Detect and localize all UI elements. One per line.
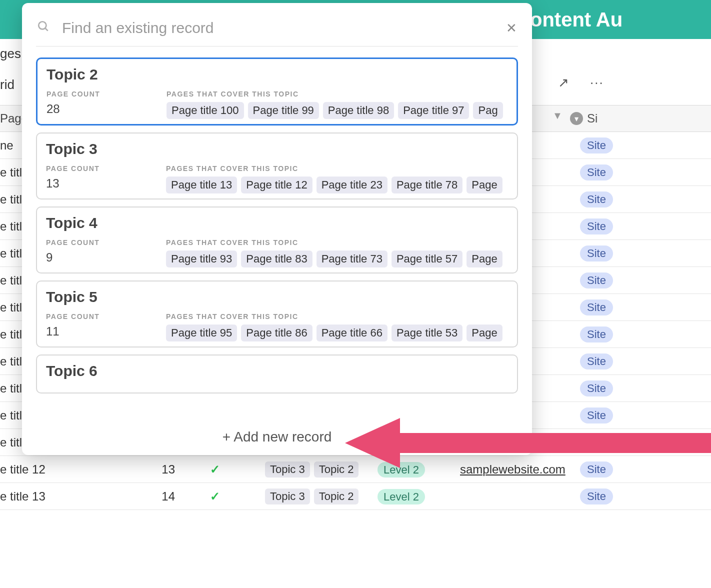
page-chip[interactable]: Page title 12	[241, 176, 312, 194]
site-badge: Site	[580, 488, 613, 504]
page-chip[interactable]: Page title 78	[392, 176, 462, 194]
grid-label: rid	[0, 77, 14, 92]
site-badge: Site	[580, 246, 613, 262]
site-badge: Site	[580, 218, 613, 234]
page-chip[interactable]: Page title 99	[248, 102, 319, 119]
page-chip[interactable]: Page title 66	[316, 324, 388, 342]
site-badge: Site	[580, 462, 613, 478]
record-list: Topic 2 PAGE COUNT 28 PAGES THAT COVER T…	[36, 58, 518, 423]
search-icon	[37, 20, 50, 36]
pages-chip-row: Page title 93Page title 83Page title 73P…	[166, 250, 508, 268]
column-header-site[interactable]: ▾ Si	[570, 105, 598, 132]
search-input[interactable]	[61, 19, 506, 37]
page-chip[interactable]: Pag	[473, 102, 502, 119]
topic-tag[interactable]: Topic 2	[314, 488, 359, 504]
page-count-label: PAGE COUNT	[46, 90, 166, 98]
page-chip[interactable]: Page title 83	[241, 250, 312, 268]
page-count-value: 11	[46, 324, 166, 338]
level-badge: Level 2	[378, 462, 425, 478]
record-card[interactable]: Topic 4 PAGE COUNT 9 PAGES THAT COVER TH…	[36, 206, 518, 274]
record-title: Topic 6	[46, 362, 508, 380]
site-badge: Site	[580, 326, 613, 342]
row-level: Level 2	[378, 490, 425, 504]
page-chip[interactable]: Page title 93	[166, 250, 237, 268]
pages-chip-row: Page title 100Page title 99Page title 98…	[166, 102, 508, 119]
pages-label: ges	[0, 46, 21, 62]
site-badge: Site	[580, 300, 613, 316]
row-number: 13	[145, 462, 175, 476]
page-count-value: 28	[46, 102, 166, 116]
svg-point-0	[38, 22, 46, 29]
row-title: ne	[0, 138, 14, 152]
page-chip[interactable]: Page	[466, 324, 502, 342]
record-title: Topic 2	[46, 66, 508, 83]
page-chip[interactable]: Page title 73	[316, 250, 388, 268]
add-record-button[interactable]: + Add new record	[36, 423, 518, 448]
row-title: e title 13	[0, 490, 46, 504]
chevron-down-icon: ▾	[570, 112, 583, 125]
pages-cover-label: PAGES THAT COVER THIS TOPIC	[166, 238, 508, 246]
row-url[interactable]: samplewebsite.com	[460, 462, 566, 476]
check-icon: ✓	[210, 490, 220, 504]
site-badge: Site	[580, 380, 613, 396]
search-row: ✕	[36, 16, 518, 46]
page-chip[interactable]: Page title 95	[166, 324, 237, 342]
record-title: Topic 3	[46, 140, 508, 158]
table-row[interactable]: e title 1213✓Topic 3Topic 2Level 2sample…	[0, 456, 711, 483]
record-title: Topic 5	[46, 288, 508, 306]
site-badge: Site	[580, 164, 613, 180]
page-chip[interactable]: Page title 86	[241, 324, 312, 342]
page-chip[interactable]: Page title 100	[166, 102, 244, 119]
page-chip[interactable]: Page title 13	[166, 176, 237, 194]
page-chip[interactable]: Page title 53	[392, 324, 462, 342]
column-header-site-label: Si	[587, 112, 598, 126]
page-count-label: PAGE COUNT	[46, 312, 166, 320]
pages-cover-label: PAGES THAT COVER THIS TOPIC	[166, 90, 508, 98]
page-count-label: PAGE COUNT	[46, 164, 166, 172]
pages-cover-label: PAGES THAT COVER THIS TOPIC	[166, 312, 508, 320]
site-badge: Site	[580, 434, 613, 450]
row-level: Level 2	[378, 462, 425, 476]
row-number: 14	[145, 490, 175, 504]
site-badge: Site	[580, 138, 613, 154]
page-count-value: 9	[46, 250, 166, 264]
page-chip[interactable]: Page title 97	[398, 102, 469, 119]
record-title: Topic 4	[46, 214, 508, 232]
topic-tag[interactable]: Topic 3	[265, 462, 310, 478]
record-picker-modal: ✕ Topic 2 PAGE COUNT 28 PAGES THAT COVER…	[22, 3, 532, 455]
site-badge: Site	[580, 354, 613, 370]
record-card[interactable]: Topic 2 PAGE COUNT 28 PAGES THAT COVER T…	[36, 58, 518, 126]
more-icon[interactable]: ···	[590, 75, 604, 90]
page-chip[interactable]: Page title 98	[323, 102, 394, 119]
site-badge: Site	[580, 408, 613, 424]
svg-line-1	[45, 28, 48, 30]
row-title: e title 12	[0, 462, 46, 476]
pages-cover-label: PAGES THAT COVER THIS TOPIC	[166, 164, 508, 172]
page-count-label: PAGE COUNT	[46, 238, 166, 246]
pages-chip-row: Page title 13Page title 12Page title 23P…	[166, 176, 508, 194]
divider	[36, 46, 518, 46]
level-badge: Level 2	[378, 489, 425, 504]
row-tags: Topic 3Topic 2	[265, 462, 362, 478]
popout-icon[interactable]: ↗	[558, 75, 569, 90]
sort-caret-icon[interactable]: ▼	[552, 110, 562, 122]
page-chip[interactable]: Page	[466, 176, 502, 194]
record-card[interactable]: Topic 5 PAGE COUNT 11 PAGES THAT COVER T…	[36, 280, 518, 348]
record-card[interactable]: Topic 6	[36, 354, 518, 394]
page-chip[interactable]: Page title 57	[392, 250, 462, 268]
record-card[interactable]: Topic 3 PAGE COUNT 13 PAGES THAT COVER T…	[36, 132, 518, 200]
site-badge: Site	[580, 272, 613, 288]
topic-tag[interactable]: Topic 3	[265, 488, 310, 504]
page-count-value: 13	[46, 176, 166, 190]
row-tags: Topic 3Topic 2	[265, 488, 362, 504]
site-badge: Site	[580, 192, 613, 208]
close-icon[interactable]: ✕	[506, 20, 517, 36]
page-chip[interactable]: Page title 23	[316, 176, 388, 194]
topic-tag[interactable]: Topic 2	[314, 462, 359, 478]
pages-chip-row: Page title 95Page title 86Page title 66P…	[166, 324, 508, 342]
table-row[interactable]: e title 1314✓Topic 3Topic 2Level 2Site	[0, 483, 711, 510]
page-chip[interactable]: Page	[466, 250, 502, 268]
check-icon: ✓	[210, 462, 220, 476]
